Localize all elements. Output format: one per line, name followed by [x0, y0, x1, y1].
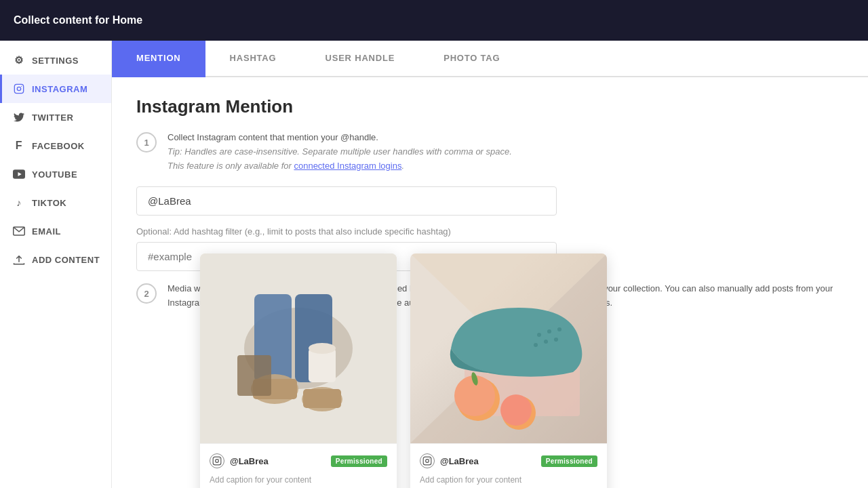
- svg-point-36: [429, 458, 430, 459]
- sidebar-item-instagram[interactable]: INSTAGRAM: [0, 75, 111, 103]
- card-2-user: @LaBrea: [420, 453, 479, 468]
- svg-point-19: [219, 458, 220, 459]
- tiktok-icon: ♪: [13, 197, 25, 209]
- top-bar: Collect content for Home: [0, 0, 868, 41]
- sidebar-item-addcontent-label: ADD CONTENT: [32, 255, 100, 265]
- card-2-caption-label: Add caption for your content: [420, 475, 597, 485]
- svg-point-28: [554, 338, 558, 342]
- tab-phototag[interactable]: PHOTO TAG: [419, 41, 524, 77]
- svg-point-1: [17, 87, 20, 90]
- card-1-body: @LaBrea Permissioned Add caption for you…: [200, 443, 397, 488]
- content-area: MENTION HASHTAG USER HANDLE PHOTO TAG In…: [112, 41, 868, 488]
- card-1-header: @LaBrea Permissioned: [210, 453, 387, 468]
- svg-point-18: [216, 460, 219, 463]
- sidebar-item-addcontent[interactable]: ADD CONTENT: [0, 245, 111, 274]
- tab-userhandle[interactable]: USER HANDLE: [300, 41, 419, 77]
- optional-label: Optional: Add hashtag filter (e.g., limi…: [136, 226, 844, 237]
- content-card-1: @LaBrea Permissioned Add caption for you…: [200, 253, 397, 488]
- svg-point-35: [426, 460, 429, 463]
- settings-icon: ⚙: [13, 54, 25, 66]
- card-2-badge: Permissioned: [541, 455, 597, 467]
- instagram-icon: [13, 83, 25, 95]
- sidebar-item-youtube-label: YOUTUBE: [32, 169, 77, 180]
- sidebar-item-email-label: EMAIL: [32, 226, 61, 237]
- svg-point-26: [534, 343, 538, 347]
- form-title: Instagram Mention: [136, 96, 844, 117]
- svg-point-24: [547, 329, 551, 333]
- card-1-user: @LaBrea: [210, 453, 269, 468]
- svg-point-15: [309, 343, 336, 354]
- sidebar-item-tiktok-label: TIKTOK: [32, 198, 66, 208]
- sidebar: ⚙ SETTINGS INSTAGRAM TWITTER f F: [0, 41, 112, 488]
- svg-rect-0: [14, 84, 23, 93]
- step-1-row: 1 Collect Instagram content that mention…: [136, 131, 844, 173]
- step-1-notice: This feature is only available for conne…: [167, 159, 512, 174]
- card-2-username: @LaBrea: [440, 456, 479, 466]
- step-1-circle: 1: [136, 132, 157, 152]
- card-1-username: @LaBrea: [230, 456, 269, 466]
- main-layout: ⚙ SETTINGS INSTAGRAM TWITTER f F: [0, 41, 868, 488]
- tabs-bar: MENTION HASHTAG USER HANDLE PHOTO TAG: [112, 41, 868, 77]
- step-1-description: Collect Instagram content that mention y…: [167, 131, 512, 145]
- svg-rect-17: [213, 457, 221, 465]
- card-2-body: @LaBrea Permissioned Add caption for you…: [410, 443, 607, 488]
- form-area: Instagram Mention 1 Collect Instagram co…: [112, 77, 868, 488]
- sidebar-item-settings[interactable]: ⚙ SETTINGS: [0, 46, 111, 75]
- svg-point-33: [500, 394, 532, 426]
- svg-point-2: [21, 86, 22, 87]
- card-1-instagram-icon: [210, 453, 224, 468]
- cards-overlay: @LaBrea Permissioned Add caption for you…: [200, 253, 607, 488]
- mention-input[interactable]: [136, 186, 557, 216]
- svg-rect-34: [423, 457, 431, 465]
- step-1-text: Collect Instagram content that mention y…: [167, 131, 512, 173]
- email-icon: [13, 225, 25, 237]
- card-2-instagram-icon: [420, 453, 435, 468]
- card-1-image: [200, 253, 397, 443]
- page-title: Collect content for Home: [14, 14, 142, 26]
- facebook-icon: f: [13, 140, 25, 152]
- card-1-caption-label: Add caption for your content: [210, 475, 387, 485]
- svg-point-25: [557, 327, 561, 331]
- svg-point-23: [537, 333, 541, 337]
- sidebar-item-twitter-label: TWITTER: [32, 113, 73, 123]
- sidebar-item-settings-label: SETTINGS: [32, 56, 79, 66]
- content-card-2: @LaBrea Permissioned Add caption for you…: [410, 253, 607, 488]
- card-2-image: [410, 253, 607, 443]
- svg-rect-13: [303, 389, 341, 408]
- addcontent-icon: [13, 253, 25, 266]
- sidebar-item-facebook[interactable]: f FACEBOOK: [0, 131, 111, 160]
- sidebar-item-youtube[interactable]: YOUTUBE: [0, 160, 111, 188]
- tab-hashtag[interactable]: HASHTAG: [205, 41, 301, 77]
- sidebar-item-twitter[interactable]: TWITTER: [0, 103, 111, 131]
- step-1-tip: Tip: Handles are case-insensitive. Separ…: [167, 145, 512, 159]
- twitter-icon: [13, 111, 25, 123]
- svg-rect-16: [237, 355, 271, 396]
- card-2-header: @LaBrea Permissioned: [420, 453, 597, 468]
- step-2-circle: 2: [136, 283, 157, 304]
- svg-point-27: [544, 340, 548, 344]
- sidebar-item-facebook-label: FACEBOOK: [32, 141, 85, 151]
- connected-logins-link[interactable]: connected Instagram logins: [294, 161, 401, 171]
- youtube-icon: [13, 168, 25, 180]
- sidebar-item-instagram-label: INSTAGRAM: [32, 84, 87, 94]
- tab-mention[interactable]: MENTION: [112, 41, 205, 77]
- sidebar-item-email[interactable]: EMAIL: [0, 217, 111, 245]
- card-1-badge: Permissioned: [331, 455, 387, 467]
- sidebar-item-tiktok[interactable]: ♪ TIKTOK: [0, 188, 111, 217]
